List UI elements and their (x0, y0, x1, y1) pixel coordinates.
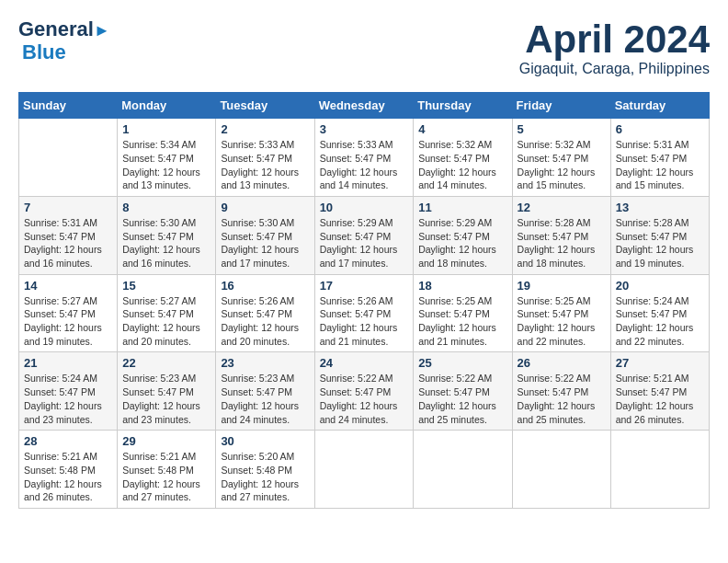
calendar-cell: 25Sunrise: 5:22 AM Sunset: 5:47 PM Dayli… (414, 352, 512, 431)
calendar-week-row: 28Sunrise: 5:21 AM Sunset: 5:48 PM Dayli… (19, 431, 710, 509)
day-info: Sunrise: 5:21 AM Sunset: 5:48 PM Dayligh… (24, 450, 112, 504)
column-header-thursday: Thursday (414, 93, 512, 119)
day-info: Sunrise: 5:33 AM Sunset: 5:47 PM Dayligh… (221, 138, 309, 192)
day-info: Sunrise: 5:33 AM Sunset: 5:47 PM Dayligh… (320, 138, 409, 192)
column-header-tuesday: Tuesday (216, 93, 314, 119)
calendar-cell: 1Sunrise: 5:34 AM Sunset: 5:47 PM Daylig… (118, 119, 216, 197)
calendar-cell: 24Sunrise: 5:22 AM Sunset: 5:47 PM Dayli… (314, 352, 414, 431)
day-info: Sunrise: 5:27 AM Sunset: 5:47 PM Dayligh… (122, 294, 210, 349)
day-number: 11 (418, 201, 506, 214)
day-number: 26 (518, 356, 606, 370)
day-number: 13 (616, 201, 704, 214)
day-info: Sunrise: 5:26 AM Sunset: 5:47 PM Dayligh… (320, 294, 409, 349)
calendar-cell: 4Sunrise: 5:32 AM Sunset: 5:47 PM Daylig… (414, 119, 512, 197)
day-number: 2 (221, 122, 309, 136)
calendar-cell: 18Sunrise: 5:25 AM Sunset: 5:47 PM Dayli… (414, 274, 512, 352)
calendar-week-row: 1Sunrise: 5:34 AM Sunset: 5:47 PM Daylig… (19, 119, 710, 197)
calendar-week-row: 21Sunrise: 5:24 AM Sunset: 5:47 PM Dayli… (19, 352, 710, 431)
day-info: Sunrise: 5:28 AM Sunset: 5:47 PM Dayligh… (616, 216, 704, 270)
day-number: 17 (320, 279, 409, 293)
day-number: 1 (122, 122, 210, 136)
day-number: 29 (122, 434, 210, 448)
day-info: Sunrise: 5:31 AM Sunset: 5:47 PM Dayligh… (616, 138, 704, 192)
day-info: Sunrise: 5:22 AM Sunset: 5:47 PM Dayligh… (518, 372, 606, 426)
day-number: 19 (518, 279, 606, 293)
day-number: 7 (24, 201, 112, 214)
column-header-friday: Friday (512, 93, 610, 119)
day-info: Sunrise: 5:32 AM Sunset: 5:47 PM Dayligh… (418, 138, 506, 192)
month-title: April 2024 (519, 18, 710, 61)
calendar-cell: 10Sunrise: 5:29 AM Sunset: 5:47 PM Dayli… (314, 196, 414, 274)
day-number: 3 (320, 122, 409, 136)
calendar-cell: 16Sunrise: 5:26 AM Sunset: 5:47 PM Dayli… (216, 274, 314, 352)
day-number: 10 (320, 201, 409, 214)
calendar-cell: 14Sunrise: 5:27 AM Sunset: 5:47 PM Dayli… (19, 274, 118, 352)
day-number: 6 (616, 122, 704, 136)
day-number: 30 (221, 434, 309, 448)
day-info: Sunrise: 5:30 AM Sunset: 5:47 PM Dayligh… (221, 216, 309, 270)
day-info: Sunrise: 5:29 AM Sunset: 5:47 PM Dayligh… (320, 216, 409, 270)
day-info: Sunrise: 5:22 AM Sunset: 5:47 PM Dayligh… (320, 372, 409, 426)
day-number: 28 (24, 434, 112, 448)
day-info: Sunrise: 5:26 AM Sunset: 5:47 PM Dayligh… (221, 294, 309, 349)
day-number: 23 (221, 356, 309, 370)
calendar-cell: 13Sunrise: 5:28 AM Sunset: 5:47 PM Dayli… (610, 196, 709, 274)
day-number: 5 (518, 122, 606, 136)
calendar-cell (512, 431, 610, 509)
day-info: Sunrise: 5:21 AM Sunset: 5:48 PM Dayligh… (122, 450, 210, 504)
calendar-cell: 28Sunrise: 5:21 AM Sunset: 5:48 PM Dayli… (19, 431, 118, 509)
calendar-cell: 6Sunrise: 5:31 AM Sunset: 5:47 PM Daylig… (610, 119, 709, 197)
calendar-header-row: SundayMondayTuesdayWednesdayThursdayFrid… (19, 93, 710, 119)
day-info: Sunrise: 5:21 AM Sunset: 5:47 PM Dayligh… (616, 372, 704, 426)
calendar-cell: 15Sunrise: 5:27 AM Sunset: 5:47 PM Dayli… (118, 274, 216, 352)
column-header-monday: Monday (118, 93, 216, 119)
column-header-wednesday: Wednesday (314, 93, 414, 119)
day-number: 27 (616, 356, 704, 370)
day-number: 25 (418, 356, 506, 370)
day-info: Sunrise: 5:30 AM Sunset: 5:47 PM Dayligh… (122, 216, 210, 270)
day-number: 14 (24, 279, 112, 293)
day-info: Sunrise: 5:31 AM Sunset: 5:47 PM Dayligh… (24, 216, 112, 270)
day-info: Sunrise: 5:24 AM Sunset: 5:47 PM Dayligh… (616, 294, 704, 349)
calendar-cell: 19Sunrise: 5:25 AM Sunset: 5:47 PM Dayli… (512, 274, 610, 352)
day-number: 12 (518, 201, 606, 214)
calendar-cell: 11Sunrise: 5:29 AM Sunset: 5:47 PM Dayli… (414, 196, 512, 274)
calendar-cell: 26Sunrise: 5:22 AM Sunset: 5:47 PM Dayli… (512, 352, 610, 431)
calendar-cell: 29Sunrise: 5:21 AM Sunset: 5:48 PM Dayli… (118, 431, 216, 509)
day-info: Sunrise: 5:29 AM Sunset: 5:47 PM Dayligh… (418, 216, 506, 270)
day-info: Sunrise: 5:32 AM Sunset: 5:47 PM Dayligh… (518, 138, 606, 192)
title-area: April 2024 Gigaquit, Caraga, Philippines (519, 18, 710, 77)
day-number: 16 (221, 279, 309, 293)
calendar-cell: 7Sunrise: 5:31 AM Sunset: 5:47 PM Daylig… (19, 196, 118, 274)
day-info: Sunrise: 5:23 AM Sunset: 5:47 PM Dayligh… (122, 372, 210, 426)
calendar-cell: 27Sunrise: 5:21 AM Sunset: 5:47 PM Dayli… (610, 352, 709, 431)
calendar-cell (19, 119, 118, 197)
calendar-table: SundayMondayTuesdayWednesdayThursdayFrid… (18, 92, 710, 509)
column-header-sunday: Sunday (19, 93, 118, 119)
calendar-cell: 12Sunrise: 5:28 AM Sunset: 5:47 PM Dayli… (512, 196, 610, 274)
day-number: 22 (122, 356, 210, 370)
logo-blue: Blue (22, 40, 66, 64)
calendar-cell: 20Sunrise: 5:24 AM Sunset: 5:47 PM Dayli… (610, 274, 709, 352)
day-number: 20 (616, 279, 704, 293)
column-header-saturday: Saturday (610, 93, 709, 119)
calendar-week-row: 7Sunrise: 5:31 AM Sunset: 5:47 PM Daylig… (19, 196, 710, 274)
calendar-cell: 5Sunrise: 5:32 AM Sunset: 5:47 PM Daylig… (512, 119, 610, 197)
logo-text: General► (18, 18, 110, 40)
calendar-cell: 8Sunrise: 5:30 AM Sunset: 5:47 PM Daylig… (118, 196, 216, 274)
day-info: Sunrise: 5:20 AM Sunset: 5:48 PM Dayligh… (221, 450, 309, 504)
day-number: 9 (221, 201, 309, 214)
location-subtitle: Gigaquit, Caraga, Philippines (519, 61, 710, 77)
page-header: General► Blue April 2024 Gigaquit, Carag… (18, 18, 710, 77)
calendar-cell: 30Sunrise: 5:20 AM Sunset: 5:48 PM Dayli… (216, 431, 314, 509)
day-info: Sunrise: 5:27 AM Sunset: 5:47 PM Dayligh… (24, 294, 112, 349)
calendar-cell: 9Sunrise: 5:30 AM Sunset: 5:47 PM Daylig… (216, 196, 314, 274)
calendar-cell (414, 431, 512, 509)
day-info: Sunrise: 5:28 AM Sunset: 5:47 PM Dayligh… (518, 216, 606, 270)
day-number: 4 (418, 122, 506, 136)
calendar-cell: 2Sunrise: 5:33 AM Sunset: 5:47 PM Daylig… (216, 119, 314, 197)
day-info: Sunrise: 5:25 AM Sunset: 5:47 PM Dayligh… (518, 294, 606, 349)
calendar-cell: 3Sunrise: 5:33 AM Sunset: 5:47 PM Daylig… (314, 119, 414, 197)
logo: General► Blue (18, 18, 110, 64)
calendar-cell (314, 431, 414, 509)
